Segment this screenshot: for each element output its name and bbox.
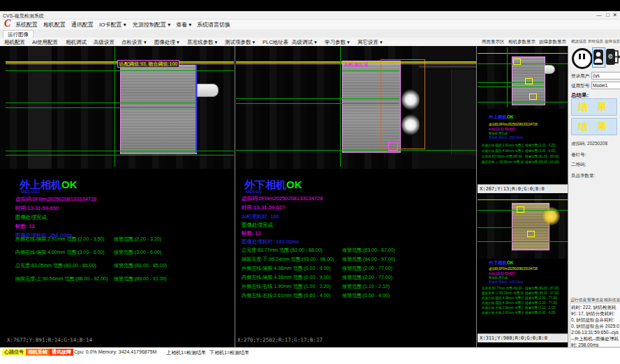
- center-ok-status: OK: [286, 179, 302, 190]
- right-control-panel: ⚙ 登录用户: 使用型号: 总结果: 结 果 结 果 虚拟码: 20250208…: [568, 46, 620, 347]
- left-green-vline: [115, 47, 115, 167]
- center-barcode-line: 虚拟码:0FIIim20250208133134728: [242, 195, 323, 202]
- menu-system-config[interactable]: 系统配置: [15, 21, 38, 29]
- divider: [476, 46, 477, 347]
- tool-spot-check[interactable]: 点检设置 ▾: [121, 39, 147, 46]
- tab-fault-info[interactable]: 故障信息: [605, 39, 620, 44]
- mini-top-connector: [544, 65, 555, 74]
- menu-io-config[interactable]: IO卡配置 ▾: [99, 21, 126, 29]
- mini-top-green-line-2: [478, 82, 544, 83]
- center-done-line: 图像处理完成: [242, 222, 273, 229]
- qr-code-label: 二维码:: [571, 162, 586, 168]
- door-arrow-icon: [612, 49, 620, 65]
- center-ai-area-label: AI检测区域: [344, 61, 369, 68]
- mini-measure: 外侧左线-右线:1.90mm 范围:(1.00 - 2.20): [482, 306, 524, 310]
- cpu-memory-text: Cpu: 0.0% Memory: 3424.41796875M: [74, 349, 156, 354]
- mini-top-marker-1: [513, 59, 521, 65]
- tool-baseline-param[interactable]: 基准线参数 ▾: [187, 39, 217, 46]
- mini-top-done: 图像处理完成: [489, 132, 508, 135]
- menu-language-switch[interactable]: 系统语言切换: [197, 21, 230, 29]
- menu-comm-config[interactable]: 通讯配置: [71, 21, 94, 29]
- measure-text: 外侧左线-隔膜:4.38mm 范围:(0.00 - 9.00): [242, 265, 331, 272]
- tool-advanced-set[interactable]: 高级设置: [94, 39, 115, 46]
- menu-camera-config[interactable]: 相机配置: [43, 21, 66, 29]
- menu-view[interactable]: 查看 ▾: [176, 21, 191, 29]
- left-camera-panel: 匹配阈值:93, 吻合阈值:100 外上相机OK MES:0011 虚拟码:0F…: [0, 46, 235, 347]
- left-ok-status: OK: [61, 179, 78, 190]
- mini-bottom-yellow-line: [478, 199, 568, 200]
- left-green-line-4: [6, 151, 234, 151]
- mini-measure: 内侧左线-隔膜:4.38mm 范围:(0.00 - 9.00): [482, 301, 524, 305]
- pause-button[interactable]: [572, 48, 593, 69]
- measure-text: 外侧左线-右线:1.90mm 范围:(1.00 - 2.20): [242, 283, 331, 290]
- mini-measure: 内侧左线-右线:2.61mm 范围:(0.60 - 4.00): [482, 311, 524, 314]
- tool-adv-debug[interactable]: 高级调试 ▾: [292, 39, 317, 46]
- exit-button[interactable]: [612, 49, 620, 65]
- left-barcode-line: 虚拟码:0FIIim20250208133134728: [15, 196, 96, 203]
- left-part-region: [120, 65, 197, 154]
- tab-overview-info[interactable]: 概况信息: [571, 39, 586, 44]
- left-mes-line: MES:0011: [21, 190, 40, 194]
- left-time-line: 时间:13-31-59-650: [15, 205, 59, 212]
- left-connector-tab: [197, 84, 219, 97]
- left-green-line-1: [6, 70, 234, 71]
- mini-bottom-coords: X:311;Y:980;R:0;G:0;B:0: [480, 335, 547, 341]
- tool-plc-table[interactable]: PLC地址表: [263, 39, 288, 46]
- mini-bottom-time: 时间:13-31-59-627: [489, 272, 515, 275]
- app-window: CVS-视觉检测系统 — □ ✕ C 系统配置 相机配置 通讯配置 IO卡配置 …: [0, 0, 620, 364]
- mini-bottom-elapsed: 图像处理耗时: 143.00ms: [489, 280, 523, 284]
- center-measure-row: 内侧左线-右线:2.61mm 范围:(0.60 - 4.00) 报警范围:(0.…: [236, 292, 476, 301]
- login-user-label: 登录用户:: [571, 73, 591, 79]
- mini-top-title: 外上相机OK: [489, 114, 514, 121]
- user-button[interactable]: [592, 47, 605, 68]
- mini-alarm: 报警范围:(3.00 - 6.00): [525, 149, 556, 153]
- center-time-line: 时间:13-31-59-627: [242, 204, 285, 211]
- user-icon: [593, 50, 603, 65]
- center-ai-detect-box: [381, 59, 425, 149]
- tool-camera-debug[interactable]: 相机调试: [66, 39, 87, 46]
- mini-bottom-barcode: 虚拟码:0FIIim20250208133134728: [489, 267, 538, 271]
- menu-bar: C 系统配置 相机配置 通讯配置 IO卡配置 ▾ 光源控制配置 ▾ 查看 ▾ 系…: [0, 20, 620, 29]
- close-button[interactable]: ✕: [612, 12, 617, 18]
- left-measure-row: 内侧右线-隔膜:4.60mm 范围:(3.00 - 6.00) 报警范围:(3.…: [0, 249, 235, 257]
- mini-measure: 隔膜宽度-上:90.56mm 范围:(88.00 - 92.00): [482, 160, 524, 164]
- center-measure-row: 外侧左线-右线:1.90mm 范围:(1.00 - 2.20) 报警范围:(1.…: [236, 283, 476, 291]
- tab-shift-info[interactable]: 班组信息: [588, 39, 603, 44]
- left-measure-row: 外侧右线-隔膜:2.91mm 范围:(2.00 - 3.50) 报警范围:(2.…: [0, 236, 235, 244]
- center-frames-line: 帧数: 13: [242, 230, 261, 237]
- login-user-input[interactable]: [591, 72, 620, 79]
- center-measure-row: 总宽度:83.77mm 范围:(82.00 - 88.00) 报警范围:(83.…: [236, 247, 476, 255]
- menu-light-config[interactable]: 光源控制配置 ▾: [133, 21, 170, 29]
- alarm-text: 报警范围:(2.00 - 77.00): [342, 265, 392, 272]
- tab-camera-params[interactable]: 相机参数显示: [508, 39, 536, 45]
- maximize-button[interactable]: □: [606, 12, 610, 18]
- tool-other-settings[interactable]: 其它设置 ▾: [357, 39, 383, 46]
- tab-fault-params[interactable]: 故障参数显示: [539, 39, 566, 45]
- mini-top-green-line-4: [478, 102, 568, 103]
- measure-text: 总宽度:83.77mm 范围:(82.00 - 88.00): [242, 247, 323, 254]
- measure-text: 隔膜宽度-下:95.24mm 范围:(93.00 - 98.00): [242, 256, 334, 263]
- mini-alarm: 报警范围:(94.00 - 97.00): [525, 291, 559, 295]
- tool-image-process[interactable]: 图像处理 ▾: [154, 39, 179, 46]
- mini-bottom-title: 外下相机OK: [489, 260, 514, 266]
- center-ai-line: AI检测耗时: 166: [242, 213, 279, 220]
- center-machinery-edge: [419, 66, 476, 68]
- tool-ai-config[interactable]: AI使用配置: [32, 39, 58, 46]
- alarm-text: 报警范围:(3.00 - 6.00): [114, 249, 161, 256]
- run-log-text[interactable]: 耗时: 222, 缺陷检测耗时: 17, 缺陷分类耗时: 0, 缺陷提取合并耗时…: [570, 303, 620, 347]
- left-camera-name: 外上相机: [20, 179, 61, 190]
- tool-camera-config[interactable]: 相机配置: [4, 39, 25, 46]
- tab-display-area[interactable]: 画面显示区: [482, 39, 505, 45]
- minimize-button[interactable]: —: [596, 12, 602, 18]
- mini-top-barcode: 虚拟码:0FIIim20250208133134728: [489, 123, 538, 126]
- mini-alarm: 报警范围:(89.00 - 91.00): [525, 160, 559, 164]
- measure-text: 外侧右线-隔膜:2.91mm 范围:(2.00 - 3.50): [15, 236, 105, 243]
- center-camera-panel: AI检测区域 外下相机OK MES:0/0 虚拟码:0FIIim20250208…: [236, 46, 476, 347]
- tool-test-param[interactable]: 测试项参数 ▾: [225, 39, 255, 46]
- tool-learn-param[interactable]: 学习参数 ▾: [325, 39, 350, 46]
- mini-top-panel: 外上相机OK 虚拟码:0FIIim20250208133134728 时间:13…: [478, 46, 568, 193]
- model-input[interactable]: [591, 82, 620, 89]
- mini-bottom-green-line-2: [478, 227, 548, 228]
- mini-alarm: 报警范围:(2.00 - 77.00): [525, 301, 557, 305]
- center-machinery-block: [451, 70, 476, 155]
